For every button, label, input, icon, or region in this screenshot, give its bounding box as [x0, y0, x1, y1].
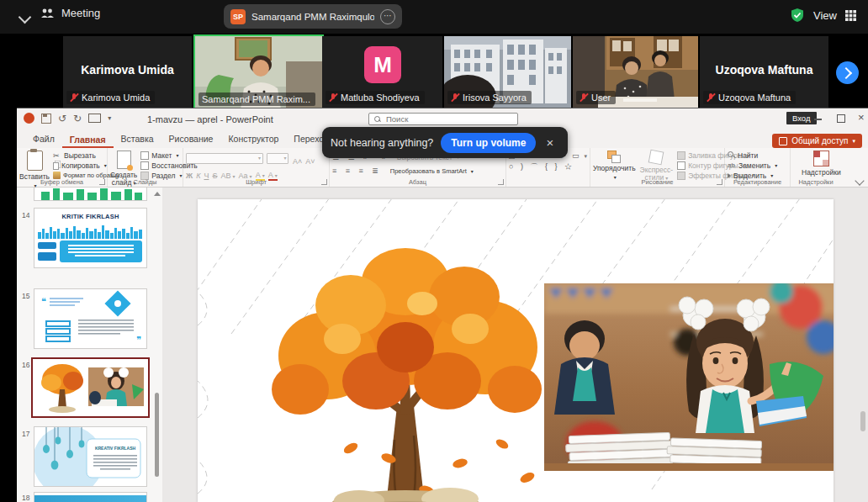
font-name-combo[interactable]: [186, 153, 263, 164]
group-font: А˄А˅ Ж К Ч S АВ Аа А А Шрифт: [183, 148, 330, 187]
slide-number: 16: [22, 361, 29, 369]
slide-thumbnail-18-partial[interactable]: [34, 492, 147, 502]
share-button-label: Общий доступ: [791, 136, 848, 145]
participant-tile-karimova[interactable]: Karimova Umida Karimova Umida: [63, 36, 192, 108]
quick-access-toolbar: ↺ ↻ ▾: [24, 113, 111, 124]
tab-draw[interactable]: Рисование: [161, 131, 221, 148]
arrange-icon: [607, 151, 621, 162]
group-clipboard: Вставить Вырезать Копировать Формат по о…: [17, 148, 108, 187]
slide-number: 17: [22, 430, 29, 438]
close-icon[interactable]: ×: [546, 135, 553, 150]
meeting-top-bar: Meeting SP Samarqand PMM Raximqulova N ⋯…: [0, 0, 868, 34]
tab-home[interactable]: Главная: [62, 132, 114, 149]
shared-avatar: SP: [230, 9, 246, 24]
tab-meeting[interactable]: Meeting: [40, 7, 100, 19]
participant-initial-avatar: M: [364, 46, 401, 83]
participant-tile-uzoqova[interactable]: Uzoqova Maftuna Uzoqova Maftuna: [700, 36, 828, 108]
powerpoint-logo-icon[interactable]: [24, 113, 34, 124]
paragraph-dialog-launcher-icon[interactable]: [498, 179, 504, 185]
save-icon[interactable]: [41, 114, 51, 124]
font-dialog-launcher-icon[interactable]: [321, 179, 327, 185]
group-label: Надстройки: [791, 178, 841, 186]
audio-notification-toast: Not hearing anything? Turn up volume ×: [322, 127, 568, 158]
undo-icon[interactable]: ↺: [58, 114, 66, 124]
grow-font-button[interactable]: А˄: [293, 157, 302, 166]
ribbon-search[interactable]: [368, 113, 518, 125]
participant-tile-matluba[interactable]: M Matluba Shodiyeva: [322, 36, 442, 108]
customize-qat-chevron-icon[interactable]: ▾: [108, 114, 111, 122]
collapse-chevron-icon[interactable]: [19, 11, 32, 24]
start-presentation-icon[interactable]: [88, 114, 101, 123]
tab-insert[interactable]: Вставка: [114, 131, 161, 148]
participant-label: Uzoqova Maftuna: [718, 92, 791, 103]
close-window-icon[interactable]: ×: [858, 111, 865, 124]
tab-options-icon[interactable]: ⋯: [380, 9, 395, 24]
participants-icon: [40, 8, 55, 19]
shapes-row-2[interactable]: ○ ) ⌒ { } ☆: [509, 161, 587, 172]
participant-label: Karimova Umida: [82, 92, 150, 103]
slide-number: 15: [22, 292, 29, 300]
quote-icon: [136, 331, 141, 346]
font-size-combo[interactable]: [267, 153, 288, 164]
replace-icon: ab: [728, 161, 736, 170]
search-icon: [374, 116, 380, 122]
slide17-title: KREATIV FIKRLASH: [90, 446, 140, 451]
group-label: Шрифт: [183, 178, 329, 186]
participant-label: Matluba Shodiyeva: [341, 92, 420, 103]
participant-tile-irisova[interactable]: Irisova Sayyora: [444, 36, 571, 108]
addins-button[interactable]: Надстройки: [802, 151, 841, 177]
canvas-scrollbar-thumb[interactable]: [860, 411, 865, 431]
arrange-button[interactable]: Упорядочить: [593, 151, 636, 182]
convert-smartart-button[interactable]: Преобразовать в SmartArt: [390, 166, 474, 176]
slide15-art: [34, 289, 146, 348]
paste-icon: [27, 151, 43, 171]
find-button[interactable]: Найти: [728, 151, 787, 160]
slide-thumbnail-15[interactable]: [34, 288, 147, 349]
autumn-tree-illustration: [250, 238, 561, 502]
clipboard-dialog-launcher-icon[interactable]: [99, 179, 105, 185]
quick-styles-button[interactable]: Экспресс- стили: [640, 151, 674, 182]
sign-in-button[interactable]: Вход: [786, 112, 817, 124]
panel-scrollbar-thumb[interactable]: [155, 393, 159, 477]
gallery-view-icon[interactable]: [845, 10, 856, 21]
powerpoint-window: ↺ ↻ ▾ 1-mavzu — aprel - PowerPoint Вход …: [17, 108, 868, 502]
current-slide[interactable]: [198, 199, 834, 502]
slide-thumbnail-panel: 14 KRITIK FIKRLASH: [17, 188, 162, 502]
view-button-label[interactable]: View: [813, 9, 837, 22]
tab-shared-screen[interactable]: SP Samarqand PMM Raximqulova N ⋯: [224, 4, 402, 29]
security-shield-icon[interactable]: [790, 8, 805, 23]
redo-icon[interactable]: ↻: [73, 114, 82, 124]
shrink-font-button[interactable]: А˅: [305, 157, 315, 166]
minimize-icon[interactable]: [814, 119, 822, 120]
slide17-textlines: [92, 454, 139, 473]
restore-icon[interactable]: [837, 114, 845, 123]
slide-thumbnail-14[interactable]: KRITIK FIKRLASH: [34, 208, 147, 268]
search-input[interactable]: [384, 114, 512, 124]
quick-styles-icon: [648, 150, 664, 166]
slide-number: 14: [22, 211, 29, 219]
group-drawing: Упорядочить Экспресс- стили Заливка фигу…: [590, 148, 725, 187]
video-strip: Karimova Umida Karimova Umida Samarqand …: [0, 34, 868, 108]
share-button[interactable]: Общий доступ ▾: [772, 134, 862, 148]
collapse-ribbon-chevron-icon[interactable]: [855, 176, 864, 185]
tab-file[interactable]: Файл: [25, 131, 62, 148]
participant-tile-samarqand-active-speaker[interactable]: Samarqand PMM Raxim...: [193, 34, 324, 111]
replace-button[interactable]: abЗаменить: [728, 161, 787, 170]
group-slides: Создать слайд Макет Восстановить Раздел …: [108, 148, 183, 187]
participant-label: Samarqand PMM Raxim...: [202, 94, 310, 104]
participant-tile-user[interactable]: User: [573, 36, 698, 108]
tab-design[interactable]: Конструктор: [220, 131, 286, 148]
reset-icon: [140, 161, 149, 170]
drawing-dialog-launcher-icon[interactable]: [717, 179, 722, 185]
slide-thumbnail-13-partial[interactable]: [34, 188, 147, 201]
slide-thumbnail-16-selected[interactable]: [31, 357, 150, 418]
turn-up-volume-button[interactable]: Turn up volume: [441, 133, 536, 153]
scroll-up-icon[interactable]: [154, 192, 161, 196]
shapes-more-icon[interactable]: ▾: [584, 153, 587, 160]
slide-thumbnail-17[interactable]: KREATIV FIKRLASH: [34, 426, 147, 487]
next-participants-button[interactable]: [836, 61, 859, 84]
slide14-title: KRITIK FIKRLASH: [34, 213, 146, 220]
mic-muted-icon: [580, 92, 588, 103]
shape-outline-icon: [677, 161, 685, 170]
slide16-art: [33, 359, 148, 416]
